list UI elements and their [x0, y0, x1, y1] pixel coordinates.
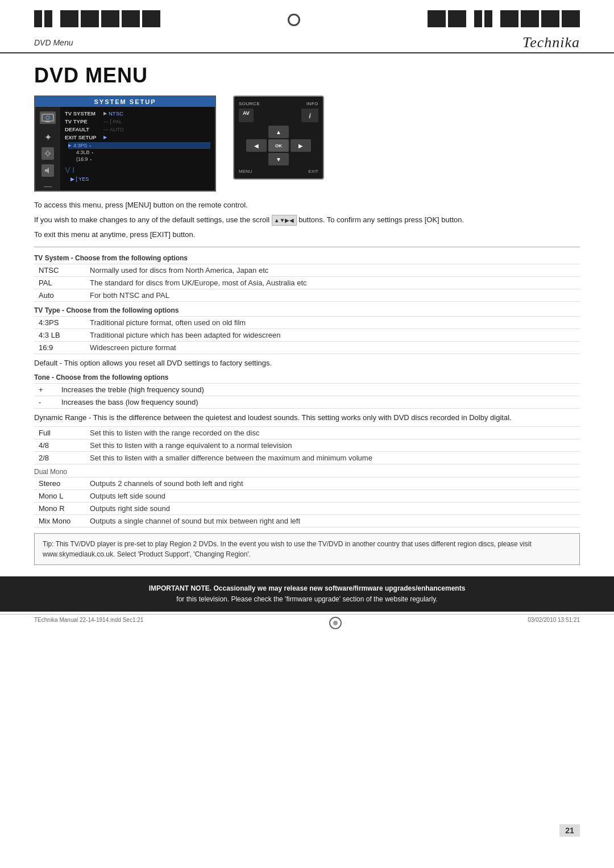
remote-menu-button[interactable]: MENU [239, 169, 252, 174]
remote-top-row: SOURCE INFO [239, 101, 318, 106]
dynamic-range-table: Full Set this to listen with the range r… [34, 426, 580, 464]
table-row: - Increases the bass (low frequency soun… [34, 396, 580, 408]
dvd-option-list: ▶ 4:3PS ▪ 4:3LB ▪ (16:9 ▪ [68, 142, 210, 163]
bar-block [541, 10, 559, 27]
dvd-vis-row: VI [65, 165, 210, 175]
table-row: 2/8 Set this to listen with a smaller di… [34, 452, 580, 464]
important-line1: IMPORTANT NOTE. Occasionally we may rele… [149, 584, 466, 592]
table-row: Auto For both NTSC and PAL [34, 289, 580, 302]
table-row: 4:3PS Traditional picture format, often … [34, 317, 580, 329]
important-line2: for this television. Please check the 'f… [176, 595, 437, 603]
bar-block [484, 10, 492, 27]
dvd-option-169: (16:9 ▪ [68, 156, 210, 163]
table-row: Full Set this to listen with the range r… [34, 427, 580, 439]
remote-right-button[interactable]: ▶ [291, 139, 311, 152]
exit-setup-row: EXIT SETUP ▶ [65, 134, 210, 140]
page-number: 21 [559, 824, 580, 837]
main-content: DVD MENU SYSTEM SETUP ✦ — [0, 53, 614, 571]
remote-up-row: ▲ [239, 126, 318, 138]
dvd-menu-title: SYSTEM SETUP [35, 97, 215, 107]
remote-box: SOURCE INFO AV i ▲ ◀ OK ▶ [233, 95, 324, 180]
remote-av-row: AV i [239, 109, 318, 122]
table-row: + Increases the treble (high frequency s… [34, 383, 580, 396]
dual-mono-section-label: Dual Mono [34, 468, 580, 476]
audio-icon [42, 164, 54, 177]
plus-icon: ✦ [44, 132, 52, 143]
svg-rect-8 [45, 169, 47, 172]
bar-block [500, 10, 518, 27]
remote-down-row: ▼ [239, 153, 318, 165]
dvd-menu-main: TV SYSTEM ▶ NTSC TV TYPE — [ PAL DEFAULT… [60, 107, 215, 190]
page-title: DVD MENU [34, 64, 580, 88]
top-bar-blocks-left [34, 10, 160, 27]
footer-row: TEchnika Manual 22-14-1914.indd Sec1:21 … [0, 614, 614, 632]
tv-type-row: TV TYPE — [ PAL [65, 118, 210, 124]
bar-block [562, 10, 580, 27]
header-row: DVD Menu Technika [0, 33, 614, 53]
remote-up-button[interactable]: ▲ [268, 126, 289, 138]
dvd-option-43ps: ▶ 4:3PS ▪ [68, 142, 210, 149]
brand-logo: Technika [522, 34, 580, 51]
svg-point-2 [46, 116, 49, 119]
intro-line1: To access this menu, press [MENU] button… [34, 200, 580, 211]
tip-box: Tip: This TV/DVD player is pre-set to pl… [34, 533, 580, 565]
table-row: NTSC Normally used for discs from North … [34, 264, 580, 277]
remote-bottom-row: MENU EXIT [239, 169, 318, 174]
bar-block [60, 10, 78, 27]
dvd-option-43lb: 4:3LB ▪ [68, 149, 210, 156]
tv-icon [40, 111, 56, 124]
remote-exit-button[interactable]: EXIT [308, 169, 318, 174]
crosshair-icon [288, 14, 300, 26]
tone-label: Tone - Choose from the following options [34, 373, 580, 381]
bar-block [34, 10, 42, 27]
default-row: DEFAULT — AUTO [65, 126, 210, 132]
dvd-sidebar: ✦ — [35, 107, 60, 190]
scroll-arrows-icon: ▲▼▶◀ [272, 215, 297, 226]
important-note-bar: IMPORTANT NOTE. Occasionally we may rele… [0, 576, 614, 612]
table-row: 4:3 LB Traditional picture which has bee… [34, 329, 580, 342]
table-row: Mix Mono Outputs a single channel of sou… [34, 515, 580, 528]
table-row: 4/8 Set this to listen with a range equi… [34, 439, 580, 452]
tip-text: Tip: This TV/DVD player is pre-set to pl… [43, 540, 532, 558]
dvd-menu-body: ✦ — TV SYSTEM ▶ NTSC [35, 107, 215, 190]
bar-block [142, 10, 160, 27]
crosshair-icon [329, 617, 342, 629]
section-divider [34, 247, 580, 247]
bar-block [448, 10, 466, 27]
remote-screenshot: SOURCE INFO AV i ▲ ◀ OK ▶ [233, 95, 324, 180]
bar-block [428, 10, 446, 27]
tv-type-label: TV Type - Choose from the following opti… [34, 306, 580, 314]
dvd-menu-screenshot: SYSTEM SETUP ✦ — [34, 95, 216, 192]
remote-left-button[interactable]: ◀ [246, 139, 267, 152]
bar-block [122, 10, 140, 27]
svg-marker-9 [47, 168, 49, 173]
minus-icon: — [44, 181, 52, 190]
tv-system-label: TV System - Choose from the following op… [34, 254, 580, 262]
page-label: DVD Menu [34, 38, 73, 47]
intro-line3: To exit this menu at anytime, press [EXI… [34, 229, 580, 240]
default-text: Default - This option allows you reset a… [34, 358, 580, 369]
remote-info-button[interactable]: i [301, 109, 318, 122]
top-decoration-bar [0, 0, 614, 33]
remote-down-button[interactable]: ▼ [268, 153, 289, 165]
table-row: Stereo Outputs 2 channels of sound both … [34, 477, 580, 490]
top-bar-blocks-right [428, 10, 580, 27]
bar-block [101, 10, 119, 27]
table-row: Mono L Outputs left side sound [34, 490, 580, 502]
svg-rect-0 [42, 114, 53, 121]
table-row: Mono R Outputs right side sound [34, 502, 580, 515]
remote-av-button[interactable]: AV [239, 109, 254, 122]
bar-block [81, 10, 99, 27]
intro-line2: If you wish to make changes to any of th… [34, 214, 580, 226]
tv-system-table: NTSC Normally used for discs from North … [34, 264, 580, 302]
bar-block [44, 10, 52, 27]
tv-system-row: TV SYSTEM ▶ NTSC [65, 110, 210, 117]
svg-rect-1 [45, 121, 50, 122]
screenshots-row: SYSTEM SETUP ✦ — [34, 95, 580, 192]
remote-ok-button[interactable]: OK [268, 139, 289, 152]
svg-point-3 [46, 152, 49, 155]
dual-mono-table: Stereo Outputs 2 channels of sound both … [34, 477, 580, 528]
tone-table: + Increases the treble (high frequency s… [34, 383, 580, 409]
bar-block [521, 10, 539, 27]
table-row: 16:9 Widescreen picture format [34, 342, 580, 354]
